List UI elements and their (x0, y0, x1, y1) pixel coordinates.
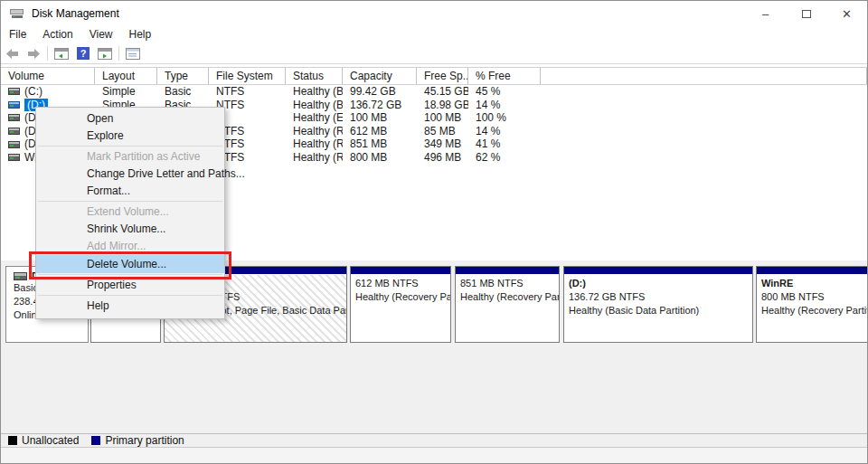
capacity-cell: 136.72 GB (343, 99, 417, 112)
toolbar-separator (118, 46, 119, 61)
legend-label: Primary partition (105, 434, 184, 447)
partition-size: 612 MB NTFS (355, 277, 450, 290)
toolbar-separator (47, 46, 48, 61)
partition-box[interactable]: 851 MB NTFSHealthy (Recovery Partition) (455, 266, 560, 343)
partition-body: 612 MB NTFSHealthy (Recovery Partition) (351, 275, 450, 342)
table-row[interactable]: (C:)SimpleBasicNTFSHealthy (B...99.42 GB… (1, 85, 867, 99)
title-bar: Disk Management – ✕ (1, 1, 867, 26)
capacity-cell: 800 MB (343, 151, 417, 165)
status-cell: Healthy (E... (286, 111, 343, 125)
volume-context-menu: OpenExploreMark Partition as ActiveChang… (35, 107, 225, 319)
context-menu-item-mark-partition-as-active: Mark Partition as Active (36, 148, 224, 166)
column-header-layout[interactable]: Layout (95, 68, 157, 84)
capacity-cell: 99.42 GB (343, 85, 417, 99)
type-cell: Basic (157, 85, 209, 99)
partition-body: 851 MB NTFSHealthy (Recovery Partition) (456, 275, 559, 342)
context-menu-item-explore[interactable]: Explore (36, 128, 224, 145)
partition-primary-bar (456, 267, 559, 275)
volume-label: (D (24, 137, 36, 151)
column-header-status[interactable]: Status (286, 68, 343, 84)
volume-list-header: VolumeLayoutTypeFile SystemStatusCapacit… (1, 67, 867, 85)
context-menu-separator (38, 295, 222, 296)
volume-cell: (C:) (1, 85, 95, 99)
column-header-blank[interactable] (541, 68, 867, 84)
context-menu-item-format[interactable]: Format... (36, 183, 224, 200)
menubar-item-file[interactable]: File (1, 26, 34, 43)
status-cell: Healthy (B... (286, 99, 343, 112)
menubar-item-action[interactable]: Action (34, 26, 80, 43)
close-button[interactable]: ✕ (826, 1, 867, 26)
column-header-capacity[interactable]: Capacity (343, 68, 417, 84)
partition-size: 851 MB NTFS (460, 277, 559, 290)
blank-cell (541, 151, 867, 165)
partition-status: Healthy (Recovery Partition) (355, 290, 450, 304)
partition-body: WinRE800 MB NTFSHealthy (Recovery Partit… (757, 275, 868, 342)
toolbar: ? (1, 43, 867, 64)
partition-name: (D:) (569, 277, 752, 290)
free-space-cell: 496 MB (417, 151, 468, 165)
blank-cell (541, 99, 867, 112)
legend-swatch (8, 436, 17, 445)
context-menu-item-change-drive-letter-and-paths[interactable]: Change Drive Letter and Paths... (36, 166, 224, 183)
capacity-cell: 851 MB (343, 137, 417, 151)
volume-label: (C:) (24, 85, 42, 99)
blank-cell (541, 111, 867, 125)
free-space-cell: 85 MB (417, 125, 468, 138)
toolbar-back-arrow-icon[interactable] (1, 44, 23, 63)
volume-icon (8, 114, 20, 121)
partition-primary-bar (351, 267, 450, 275)
free-space-cell: 349 MB (417, 137, 468, 151)
percent-free-cell: 45 % (468, 85, 541, 99)
menubar-item-help[interactable]: Help (121, 26, 160, 43)
toolbar-forward-arrow-icon[interactable] (23, 44, 44, 63)
minimize-button[interactable]: – (745, 1, 786, 26)
capacity-cell: 612 MB (343, 125, 417, 138)
blank-cell (541, 125, 867, 138)
column-header-type[interactable]: Type (157, 68, 209, 84)
partition-status: Healthy (Recovery Partition) (460, 290, 559, 304)
legend-item-primary-partition: Primary partition (91, 434, 184, 447)
context-menu-item-open[interactable]: Open (36, 110, 224, 128)
partition-status: Healthy (Recovery Partition) (761, 304, 868, 317)
partition-name: WinRE (761, 277, 868, 290)
volume-icon (8, 128, 20, 135)
column-header-file-system[interactable]: File System (209, 68, 286, 84)
toolbar-action-pane-icon[interactable] (94, 44, 116, 63)
annotation-red-box (29, 251, 231, 279)
free-space-cell: 100 MB (417, 111, 468, 125)
partition-body: (D:)136.72 GB NTFSHealthy (Basic Data Pa… (564, 275, 752, 342)
context-menu-item-shrink-volume[interactable]: Shrink Volume... (36, 221, 224, 238)
partition-size: 800 MB NTFS (761, 290, 868, 304)
toolbar-properties-icon[interactable] (122, 44, 144, 63)
status-cell: Healthy (B... (286, 85, 343, 99)
maximize-button[interactable] (786, 1, 826, 26)
filesystem-cell: NTFS (209, 85, 286, 99)
disk-icon (14, 272, 27, 280)
toolbar-console-tree-icon[interactable] (51, 44, 72, 63)
blank-cell (541, 137, 867, 151)
column-header-free-sp-[interactable]: Free Sp... (417, 68, 468, 84)
legend-bar: UnallocatedPrimary partition (1, 433, 867, 447)
partition-primary-bar (757, 267, 868, 275)
percent-free-cell: 14 % (468, 125, 541, 138)
context-menu-separator (38, 201, 222, 202)
context-menu-item-extend-volume: Extend Volume... (36, 204, 224, 221)
partition-box-d[interactable]: (D:)136.72 GB NTFSHealthy (Basic Data Pa… (563, 266, 753, 343)
column-header-volume[interactable]: Volume (1, 68, 95, 84)
volume-icon (8, 141, 20, 148)
toolbar-help-icon[interactable]: ? (72, 44, 94, 63)
partition-box[interactable]: 612 MB NTFSHealthy (Recovery Partition) (350, 266, 451, 343)
column-header--free[interactable]: % Free (468, 68, 541, 84)
legend-swatch (91, 436, 100, 445)
partition-box-winre[interactable]: WinRE800 MB NTFSHealthy (Recovery Partit… (756, 266, 868, 343)
menubar-item-view[interactable]: View (81, 26, 121, 43)
free-space-cell: 45.15 GB (417, 85, 468, 99)
context-menu-item-help[interactable]: Help (36, 298, 224, 315)
menu-bar: FileActionViewHelp (1, 26, 867, 43)
window-title: Disk Management (32, 7, 119, 20)
partition-size: 136.72 GB NTFS (569, 290, 752, 304)
status-cell: Healthy (R... (286, 137, 343, 151)
volume-label: (D (24, 111, 36, 125)
volume-icon (8, 154, 20, 161)
maximize-icon (802, 10, 811, 18)
